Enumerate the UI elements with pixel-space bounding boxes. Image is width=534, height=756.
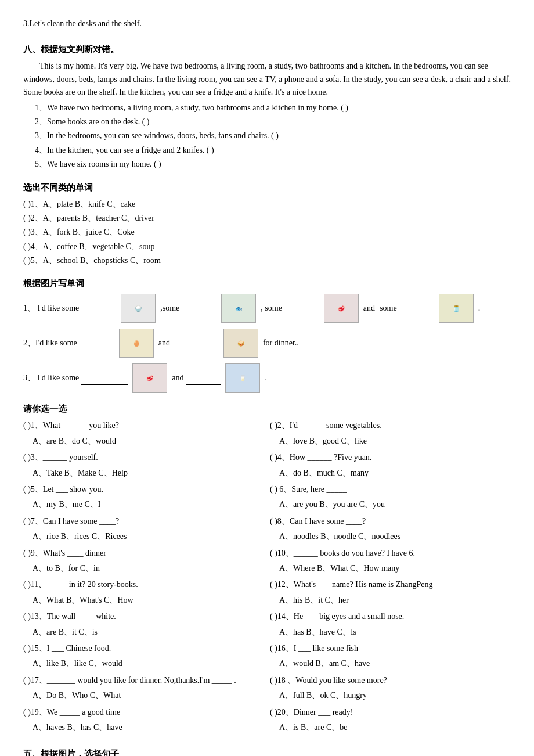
mc-q13: ( )13、The wall ____ white.: [23, 610, 264, 623]
section-5: 五、根据图片，选择句子: [23, 747, 511, 756]
pw-blank8[interactable]: [186, 372, 221, 385]
vocab-item-5: ( )5、A、school B、chopsticks C、room: [23, 254, 511, 267]
mc-title: 请你选一选: [23, 402, 511, 416]
pw-blank7[interactable]: [81, 372, 128, 385]
mc-q20: ( )20、Dinner ___ ready!: [270, 706, 511, 719]
pw-blank3[interactable]: [284, 302, 319, 315]
pw-row2-and: and: [158, 337, 170, 350]
pw-row1-text2: and: [363, 302, 375, 315]
mc-opt16: A、would B、am C、have: [279, 657, 511, 670]
mc-left-2: ( )3、______ yourself. A、Take B、Make C、He…: [23, 451, 264, 480]
mc-left-10: ( )19、We _____ a good time A、haves B、has…: [23, 706, 264, 735]
food-image-fish: 🐟: [221, 294, 256, 323]
s8-item-2: 2、Some books are on the desk. ( ): [35, 116, 511, 128]
mc-q18: ( )18 、Would you like some more?: [270, 674, 511, 687]
mc-opt14: A、has B、have C、Is: [279, 626, 511, 639]
mc-q9: ( )9、What's ____ dinner: [23, 547, 264, 560]
section-8-title: 八、根据短文判断对错。: [23, 42, 511, 56]
mc-opt12: A、his B、it C、her: [279, 594, 511, 607]
vocab-item-4: ( )4、A、coffee B、vegetable C、soup: [23, 240, 511, 253]
pw-row3-text1: 3、 I'd like some: [23, 372, 79, 384]
section-5-title: 五、根据图片，选择句子: [23, 747, 511, 756]
header-line: 3.Let's clean the desks and the shelf.: [23, 17, 511, 30]
mc-q2: ( )2、I'd ______ some vegetables.: [270, 419, 511, 432]
pw-row1-comma2: , some: [261, 302, 282, 315]
pw-blank2[interactable]: [182, 302, 217, 315]
pw-blank6[interactable]: [172, 337, 219, 350]
mc-q3: ( )3、______ yourself.: [23, 451, 264, 464]
mc-opt17: A、Do B、Who C、What: [33, 689, 264, 702]
divider-line: [23, 33, 197, 33]
vocab-title: 选出不同类的单词: [23, 181, 511, 195]
mc-q16: ( )16、I ___ like some fish: [270, 642, 511, 655]
mc-opt5: A、my B、me C、I: [33, 498, 264, 511]
mc-q11: ( )11、_____ in it? 20 story-books.: [23, 578, 264, 591]
pw-row1-text3: some: [380, 302, 397, 315]
mc-section: 请你选一选 ( )1、What ______ you like? A、are B…: [23, 402, 511, 737]
mc-right-6: ( )12、What's ___ name? His name is Zhang…: [270, 578, 511, 607]
mc-right-10: ( )20、Dinner ___ ready! A、is B、are C、be: [270, 706, 511, 735]
mc-q10: ( )10、______ books do you have? I have 6…: [270, 547, 511, 560]
pw-row3-period: .: [265, 372, 267, 384]
pw-row1-comma1: ,some: [160, 302, 179, 315]
pw-blank1[interactable]: [81, 302, 116, 315]
mc-opt2: A、love B、good C、like: [279, 435, 511, 448]
mc-opt15: A、like B、like C、would: [33, 657, 264, 670]
mc-opt18: A、full B、ok C、hungry: [279, 689, 511, 702]
mc-opt20: A、is B、are C、be: [279, 721, 511, 734]
vocab-item-1: ( )1、A、plate B、knife C、cake: [23, 198, 511, 211]
mc-left-4: ( )7、Can I have some ____? A、rice B、rice…: [23, 515, 264, 543]
mc-left-8: ( )15、I ___ Chinese food. A、like B、like …: [23, 642, 264, 671]
mc-opt4: A、do B、much C、many: [279, 467, 511, 480]
pw-row1-text1: 1、 I'd like some: [23, 302, 79, 315]
pw-row1-period: .: [478, 302, 481, 315]
header-section: 3.Let's clean the desks and the shelf.: [23, 17, 511, 33]
mc-right-col: ( )2、I'd ______ some vegetables. A、love …: [270, 419, 511, 737]
mc-opt9: A、to B、for C、in: [33, 562, 264, 575]
mc-right-7: ( )14、He ___ big eyes and a small nose. …: [270, 610, 511, 639]
food-image-egg: 🥚: [119, 329, 154, 358]
mc-right-5: ( )10、______ books do you have? I have 6…: [270, 547, 511, 575]
mc-opt19: A、haves B、has C、have: [33, 721, 264, 734]
mc-grid: ( )1、What ______ you like? A、are B、do C、…: [23, 419, 511, 737]
mc-left-3: ( )5、Let ___ show you. A、my B、me C、I: [23, 483, 264, 512]
s8-item-4: 4、In the kitchen, you can see a fridge a…: [35, 144, 511, 157]
pw-blank5[interactable]: [80, 337, 114, 350]
picture-row-3: 3、 I'd like some 🥩 and 🥛 .: [23, 363, 511, 393]
mc-left-col: ( )1、What ______ you like? A、are B、do C、…: [23, 419, 264, 737]
section-8-items: 1、We have two bedrooms, a living room, a…: [23, 102, 511, 171]
pw-row2-dinner: for dinner..: [263, 337, 299, 350]
food-image-rice: 🍚: [121, 294, 156, 323]
mc-q14: ( )14、He ___ big eyes and a small nose.: [270, 610, 511, 623]
mc-opt7: A、rice B、rices C、Ricees: [33, 530, 264, 543]
mc-opt11: A、What B、What's C、How: [33, 594, 264, 607]
food-image-jar: 🫙: [439, 294, 474, 323]
mc-opt13: A、are B、it C、is: [33, 626, 264, 639]
pw-row2-text1: 2、I'd like some: [23, 337, 77, 350]
s8-item-3: 3、In the bedrooms, you can see windows, …: [35, 129, 511, 142]
mc-opt10: A、Where B、What C、How many: [279, 562, 511, 575]
mc-right-9: ( )18 、Would you like some more? A、full …: [270, 674, 511, 703]
mc-q7: ( )7、Can I have some ____?: [23, 515, 264, 528]
mc-right-2: ( )4、How ______ ?Five yuan. A、do B、much …: [270, 451, 511, 480]
mc-left-5: ( )9、What's ____ dinner A、to B、for C、in: [23, 547, 264, 575]
food-image-milk: 🥛: [225, 363, 260, 393]
vocab-section: 选出不同类的单词 ( )1、A、plate B、knife C、cake ( )…: [23, 181, 511, 268]
s8-item-5: 5、We have six rooms in my home. ( ): [35, 158, 511, 171]
mc-opt8: A、noodles B、noodle C、noodlees: [279, 530, 511, 543]
mc-q1: ( )1、What ______ you like?: [23, 419, 264, 432]
mc-opt1: A、are B、do C、would: [33, 435, 264, 448]
mc-left-1: ( )1、What ______ you like? A、are B、do C、…: [23, 419, 264, 448]
mc-q17: ( )17、_______ would you like for dinner.…: [23, 674, 264, 687]
mc-right-1: ( )2、I'd ______ some vegetables. A、love …: [270, 419, 511, 448]
mc-opt6: A、are you B、you are C、you: [279, 498, 511, 511]
s8-item-1: 1、We have two bedrooms, a living room, a…: [35, 102, 511, 114]
mc-left-7: ( )13、The wall ____ white. A、are B、it C、…: [23, 610, 264, 639]
food-image-bread: 🥪: [223, 329, 258, 358]
vocab-item-3: ( )3、A、fork B、juice C、Coke: [23, 226, 511, 239]
passage-text: This is my home. It's very big. We have …: [23, 60, 511, 99]
vocab-item-2: ( )2、A、parents B、teacher C、driver: [23, 212, 511, 225]
pw-blank4[interactable]: [399, 302, 434, 315]
mc-left-6: ( )11、_____ in it? 20 story-books. A、Wha…: [23, 578, 264, 607]
picture-write-title: 根据图片写单词: [23, 276, 511, 290]
